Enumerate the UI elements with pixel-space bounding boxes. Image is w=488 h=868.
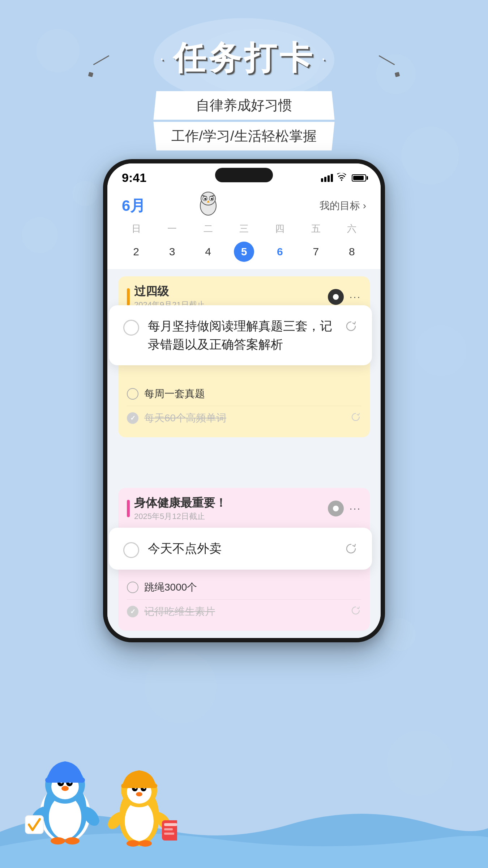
expanded-task-1: 每月坚持做阅读理解真题三套，记录错题以及正确答案解析 (109, 305, 372, 365)
day-header-tue: 二 (190, 220, 226, 238)
pink-color-bar (127, 500, 130, 517)
expand-text-1: 每月坚持做阅读理解真题三套，记录错题以及正确答案解析 (148, 317, 336, 354)
expand-refresh-2[interactable] (344, 542, 358, 558)
svg-rect-32 (164, 823, 177, 826)
title-area: · 任务打卡 · 自律养成好习惯 工作/学习/生活轻松掌握 (0, 36, 488, 150)
day-numbers: 2 3 4 5 6 7 8 (118, 242, 370, 262)
svg-point-7 (211, 198, 213, 200)
svg-point-35 (127, 840, 140, 847)
month-label: 6月 (122, 196, 145, 216)
subtask-单词: 每天60个高频单词 (127, 406, 361, 430)
task-yellow-name: 过四级 (134, 284, 205, 299)
subtitle-area: 自律养成好习惯 工作/学习/生活轻松掌握 (153, 91, 334, 150)
expand-circle-1[interactable] (123, 320, 139, 336)
day-6[interactable]: 6 (262, 242, 298, 262)
title-dot-left: · (160, 50, 167, 67)
subtask-circle-4[interactable] (127, 606, 138, 617)
day-header-sat: 六 (334, 220, 370, 238)
svg-rect-34 (164, 833, 174, 835)
expand-text-2: 今天不点外卖 (148, 539, 336, 558)
day-header-wed: 三 (226, 220, 262, 238)
day-headers: 日 一 二 (118, 220, 370, 238)
svg-rect-30 (121, 784, 157, 788)
day-5-today[interactable]: 5 (234, 242, 254, 262)
subtask-weekly-真题: 每周一套真题 (127, 382, 361, 406)
expand-circle-2[interactable] (123, 542, 139, 558)
day-header-sun: 日 (118, 220, 154, 238)
day-4[interactable]: 4 (190, 242, 226, 262)
svg-rect-18 (45, 778, 85, 783)
task-pink-deadline: 2025年5月12日截止 (134, 511, 227, 522)
phone-outer: 9:41 6月 (103, 159, 385, 642)
task-pink-subtasks: 跳绳3000个 记得吃维生素片 (127, 575, 361, 624)
day-2[interactable]: 2 (118, 242, 154, 262)
task-card-pink: 身体健康最重要！ 2025年5月12日截止 ··· (118, 488, 370, 631)
subtask-refresh-4[interactable] (350, 605, 361, 618)
main-title-container: · 任务打卡 · (0, 36, 488, 80)
character-left (22, 741, 108, 857)
task-pink-title-row: 身体健康最重要！ 2025年5月12日截止 (127, 495, 227, 522)
battery-icon (352, 174, 366, 182)
subtask-refresh-2[interactable] (350, 412, 361, 425)
subtask-circle-3[interactable] (127, 582, 138, 593)
subtask-text-1: 每周一套真题 (144, 387, 205, 401)
signal-icon (321, 174, 333, 182)
day-8[interactable]: 8 (334, 242, 370, 262)
subtitle-line2: 工作/学习/生活轻松掌握 (153, 122, 334, 150)
yellow-check-button[interactable] (328, 289, 344, 305)
task-yellow-subtasks: 每周一套真题 每天60个高频单词 (127, 382, 361, 430)
day-7[interactable]: 7 (298, 242, 334, 262)
my-goal-link[interactable]: 我的目标 › (320, 199, 366, 213)
expand-refresh-1[interactable] (344, 320, 358, 336)
day-header-thu: 四 (262, 220, 298, 238)
task-pink-name: 身体健康最重要！ (134, 495, 227, 511)
svg-point-17 (61, 786, 69, 791)
subtask-text-2: 每天60个高频单词 (144, 411, 226, 425)
subtask-跳绳: 跳绳3000个 (127, 575, 361, 600)
pink-more-button[interactable]: ··· (350, 503, 361, 514)
task-yellow-actions[interactable]: ··· (328, 289, 361, 305)
yellow-color-bar (127, 288, 130, 306)
calendar-grid: 日 一 二 (107, 220, 381, 269)
svg-rect-33 (164, 828, 173, 830)
subtask-circle-2[interactable] (127, 412, 138, 424)
day-header-mon: 一 (154, 220, 190, 238)
title-dot-right: · (321, 50, 328, 67)
subtask-circle-1[interactable] (127, 388, 138, 400)
subtitle-line1: 自律养成好习惯 (153, 91, 334, 120)
task-card-pink-header: 身体健康最重要！ 2025年5月12日截止 ··· (127, 495, 361, 522)
subtask-维生素: 记得吃维生素片 (127, 600, 361, 624)
svg-point-6 (204, 198, 206, 200)
phone-screen: 9:41 6月 (107, 163, 381, 638)
svg-point-36 (139, 840, 152, 847)
yellow-more-button[interactable]: ··· (350, 291, 361, 303)
task-list: 过四级 2024年9月21日截止 ··· (107, 276, 381, 638)
subtask-text-3: 跳绳3000个 (144, 580, 197, 594)
calendar-header: 6月 我的目标 › (107, 188, 381, 220)
task-pink-info: 身体健康最重要！ 2025年5月12日截止 (134, 495, 227, 522)
owl-mascot (196, 191, 221, 216)
task-pink-actions[interactable]: ··· (328, 501, 361, 516)
phone-mockup: 9:41 6月 (103, 159, 385, 642)
svg-point-29 (136, 792, 142, 796)
bottom-area (0, 716, 488, 868)
main-title-text: 任务打卡 (173, 36, 315, 80)
status-time: 9:41 (122, 171, 146, 185)
svg-point-21 (65, 837, 80, 844)
expanded-task-2: 今天不点外卖 (109, 528, 372, 570)
pink-check-button[interactable] (328, 501, 344, 516)
day-3[interactable]: 3 (154, 242, 190, 262)
day-header-fri: 五 (298, 220, 334, 238)
task-card-yellow: 过四级 2024年9月21日截止 ··· (118, 276, 370, 437)
status-icons (321, 173, 366, 183)
character-right (101, 752, 177, 857)
subtask-text-4: 记得吃维生素片 (144, 605, 215, 618)
svg-point-20 (51, 837, 65, 844)
wifi-icon (337, 173, 347, 183)
